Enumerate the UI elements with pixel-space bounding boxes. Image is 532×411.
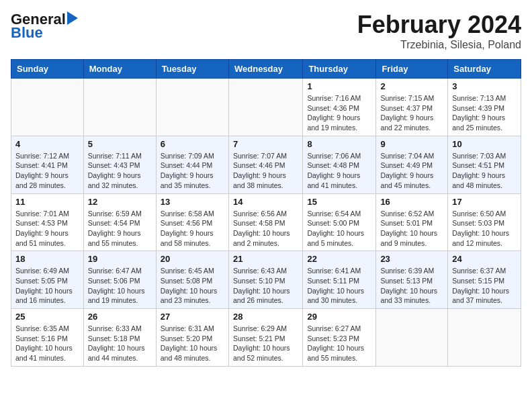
day-number: 21 (233, 254, 298, 264)
day-number: 9 (380, 139, 443, 149)
day-info: Sunrise: 6:31 AMSunset: 5:20 PMDaylight:… (161, 324, 224, 363)
calendar-day-cell: 18Sunrise: 6:49 AMSunset: 5:05 PMDayligh… (11, 251, 84, 309)
day-info: Sunrise: 6:41 AMSunset: 5:11 PMDaylight:… (307, 266, 371, 306)
day-info: Sunrise: 7:01 AMSunset: 4:53 PMDaylight:… (15, 209, 79, 248)
calendar-day-cell: 16Sunrise: 6:52 AMSunset: 5:01 PMDayligh… (376, 193, 448, 251)
logo: General Blue (11, 11, 78, 42)
calendar-week-row: 1Sunrise: 7:16 AMSunset: 4:36 PMDaylight… (11, 79, 521, 136)
day-info: Sunrise: 6:33 AMSunset: 5:18 PMDaylight:… (88, 324, 152, 363)
calendar-week-row: 4Sunrise: 7:12 AMSunset: 4:41 PMDaylight… (11, 136, 521, 193)
day-number: 23 (380, 254, 443, 264)
day-info: Sunrise: 6:49 AMSunset: 5:05 PMDaylight:… (15, 266, 79, 306)
calendar-day-cell: 25Sunrise: 6:35 AMSunset: 5:16 PMDayligh… (11, 309, 84, 367)
day-number: 26 (88, 312, 152, 322)
calendar-day-cell: 28Sunrise: 6:29 AMSunset: 5:21 PMDayligh… (228, 309, 302, 367)
calendar-day-cell: 12Sunrise: 6:59 AMSunset: 4:54 PMDayligh… (83, 193, 156, 251)
calendar-day-cell: 6Sunrise: 7:09 AMSunset: 4:44 PMDaylight… (156, 136, 228, 193)
calendar-day-cell: 19Sunrise: 6:47 AMSunset: 5:06 PMDayligh… (83, 251, 156, 309)
day-number: 5 (88, 139, 152, 149)
day-info: Sunrise: 6:50 AMSunset: 5:03 PMDaylight:… (452, 209, 517, 248)
day-info: Sunrise: 7:09 AMSunset: 4:44 PMDaylight:… (161, 151, 224, 191)
calendar-day-cell: 15Sunrise: 6:54 AMSunset: 5:00 PMDayligh… (303, 193, 376, 251)
calendar-day-cell: 20Sunrise: 6:45 AMSunset: 5:08 PMDayligh… (156, 251, 228, 309)
day-info: Sunrise: 6:45 AMSunset: 5:08 PMDaylight:… (161, 266, 224, 306)
calendar-day-cell: 7Sunrise: 7:07 AMSunset: 4:46 PMDaylight… (228, 136, 302, 193)
day-number: 2 (380, 81, 443, 91)
day-info: Sunrise: 6:52 AMSunset: 5:01 PMDaylight:… (380, 209, 443, 248)
day-info: Sunrise: 6:47 AMSunset: 5:06 PMDaylight:… (88, 266, 152, 306)
day-info: Sunrise: 7:03 AMSunset: 4:51 PMDaylight:… (452, 151, 517, 191)
weekday-header-row: SundayMondayTuesdayWednesdayThursdayFrid… (11, 60, 521, 79)
day-number: 20 (161, 254, 224, 264)
day-number: 13 (161, 197, 224, 207)
day-number: 16 (380, 197, 443, 207)
location-title: Trzebinia, Silesia, Poland (357, 39, 521, 51)
day-number: 4 (15, 139, 79, 149)
day-info: Sunrise: 7:16 AMSunset: 4:36 PMDaylight:… (307, 93, 371, 133)
calendar-day-cell (228, 79, 302, 136)
day-info: Sunrise: 7:13 AMSunset: 4:39 PMDaylight:… (452, 93, 517, 133)
calendar-day-cell: 5Sunrise: 7:11 AMSunset: 4:43 PMDaylight… (83, 136, 156, 193)
day-number: 12 (88, 197, 152, 207)
weekday-header-sunday: Sunday (11, 60, 84, 79)
day-info: Sunrise: 7:11 AMSunset: 4:43 PMDaylight:… (88, 151, 152, 191)
weekday-header-friday: Friday (376, 60, 448, 79)
title-block: February 2024 Trzebinia, Silesia, Poland (357, 11, 521, 51)
logo-triangle-icon (67, 11, 78, 25)
day-number: 1 (307, 81, 371, 91)
day-number: 6 (161, 139, 224, 149)
month-title: February 2024 (357, 11, 521, 39)
calendar-day-cell: 29Sunrise: 6:27 AMSunset: 5:23 PMDayligh… (303, 309, 376, 367)
calendar-day-cell (376, 309, 448, 367)
day-info: Sunrise: 7:07 AMSunset: 4:46 PMDaylight:… (233, 151, 298, 191)
day-number: 8 (307, 139, 371, 149)
day-info: Sunrise: 6:29 AMSunset: 5:21 PMDaylight:… (233, 324, 298, 363)
weekday-header-monday: Monday (83, 60, 156, 79)
day-number: 22 (307, 254, 371, 264)
calendar-day-cell (11, 79, 84, 136)
calendar-day-cell (448, 309, 521, 367)
calendar-day-cell: 10Sunrise: 7:03 AMSunset: 4:51 PMDayligh… (448, 136, 521, 193)
logo-blue-text: Blue (11, 24, 43, 42)
day-info: Sunrise: 6:43 AMSunset: 5:10 PMDaylight:… (233, 266, 298, 306)
day-info: Sunrise: 6:27 AMSunset: 5:23 PMDaylight:… (307, 324, 371, 363)
calendar-day-cell: 1Sunrise: 7:16 AMSunset: 4:36 PMDaylight… (303, 79, 376, 136)
day-info: Sunrise: 6:54 AMSunset: 5:00 PMDaylight:… (307, 209, 371, 248)
day-info: Sunrise: 7:15 AMSunset: 4:37 PMDaylight:… (380, 93, 443, 133)
weekday-header-thursday: Thursday (303, 60, 376, 79)
calendar-day-cell (156, 79, 228, 136)
day-number: 11 (15, 197, 79, 207)
day-info: Sunrise: 6:37 AMSunset: 5:15 PMDaylight:… (452, 266, 517, 306)
day-number: 19 (88, 254, 152, 264)
weekday-header-wednesday: Wednesday (228, 60, 302, 79)
calendar-day-cell: 9Sunrise: 7:04 AMSunset: 4:49 PMDaylight… (376, 136, 448, 193)
calendar-day-cell: 24Sunrise: 6:37 AMSunset: 5:15 PMDayligh… (448, 251, 521, 309)
day-info: Sunrise: 6:58 AMSunset: 4:56 PMDaylight:… (161, 209, 224, 248)
calendar-day-cell: 26Sunrise: 6:33 AMSunset: 5:18 PMDayligh… (83, 309, 156, 367)
day-number: 3 (452, 81, 517, 91)
page-header: General Blue February 2024 Trzebinia, Si… (11, 11, 521, 51)
weekday-header-saturday: Saturday (448, 60, 521, 79)
day-info: Sunrise: 6:39 AMSunset: 5:13 PMDaylight:… (380, 266, 443, 306)
day-number: 17 (452, 197, 517, 207)
day-number: 10 (452, 139, 517, 149)
calendar-week-row: 25Sunrise: 6:35 AMSunset: 5:16 PMDayligh… (11, 309, 521, 367)
calendar-week-row: 11Sunrise: 7:01 AMSunset: 4:53 PMDayligh… (11, 193, 521, 251)
day-number: 28 (233, 312, 298, 322)
calendar-day-cell: 14Sunrise: 6:56 AMSunset: 4:58 PMDayligh… (228, 193, 302, 251)
calendar-table: SundayMondayTuesdayWednesdayThursdayFrid… (11, 59, 521, 367)
day-info: Sunrise: 6:35 AMSunset: 5:16 PMDaylight:… (15, 324, 79, 363)
day-info: Sunrise: 7:04 AMSunset: 4:49 PMDaylight:… (380, 151, 443, 191)
calendar-day-cell: 3Sunrise: 7:13 AMSunset: 4:39 PMDaylight… (448, 79, 521, 136)
calendar-day-cell: 27Sunrise: 6:31 AMSunset: 5:20 PMDayligh… (156, 309, 228, 367)
calendar-day-cell: 8Sunrise: 7:06 AMSunset: 4:48 PMDaylight… (303, 136, 376, 193)
day-number: 29 (307, 312, 371, 322)
day-number: 14 (233, 197, 298, 207)
calendar-day-cell (83, 79, 156, 136)
weekday-header-tuesday: Tuesday (156, 60, 228, 79)
day-number: 25 (15, 312, 79, 322)
day-number: 27 (161, 312, 224, 322)
day-number: 15 (307, 197, 371, 207)
day-number: 18 (15, 254, 79, 264)
calendar-week-row: 18Sunrise: 6:49 AMSunset: 5:05 PMDayligh… (11, 251, 521, 309)
